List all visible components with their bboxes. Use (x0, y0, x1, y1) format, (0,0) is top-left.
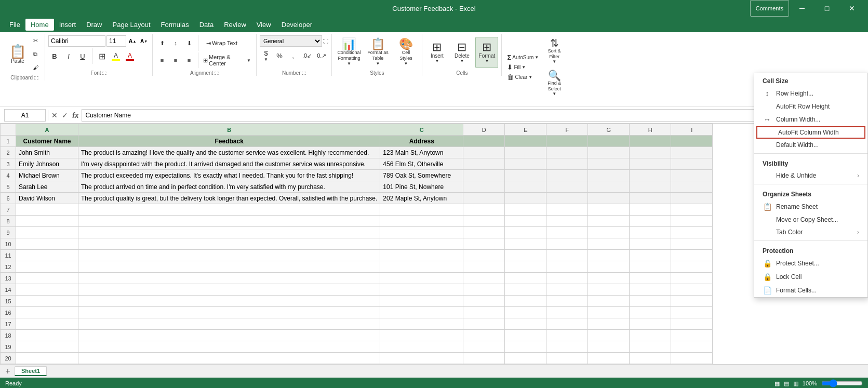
view-normal[interactable]: ▦ (774, 380, 780, 387)
cell-r16-c7[interactable] (630, 307, 671, 318)
cell-r2-c1[interactable]: The product is amazing! I love the quali… (78, 147, 380, 158)
cell-r8-c6[interactable] (588, 216, 630, 227)
row-height-item[interactable]: ↕ Row Height... (754, 87, 867, 100)
merge-center-button[interactable]: ⊞ Merge & Center ▼ (201, 53, 253, 68)
cell-r14-c7[interactable] (630, 284, 671, 296)
view-page-layout[interactable]: ▤ (784, 380, 789, 387)
row-header-3[interactable]: 3 (1, 158, 16, 170)
close-button[interactable]: ✕ (840, 0, 864, 17)
cell-r12-c3[interactable] (463, 261, 505, 273)
font-size-input[interactable] (106, 35, 126, 47)
protect-sheet-item[interactable]: 🔒 Protect Sheet... (754, 257, 867, 270)
cell-r7-c4[interactable] (505, 204, 546, 216)
row-header-16[interactable]: 16 (1, 307, 16, 318)
view-page-break[interactable]: ▥ (793, 380, 798, 387)
cell-r2-c5[interactable] (546, 147, 588, 158)
cell-r10-c8[interactable] (671, 238, 713, 250)
row-header-6[interactable]: 6 (1, 193, 16, 204)
rename-sheet-item[interactable]: 📋 Rename Sheet (754, 200, 867, 213)
cell-r9-c0[interactable] (16, 227, 78, 238)
cell-r15-c1[interactable] (78, 296, 380, 307)
cell-r11-c6[interactable] (588, 250, 630, 261)
cell-r9-c2[interactable] (380, 227, 463, 238)
col-width-item[interactable]: ↔ Column Width... (754, 113, 867, 126)
cell-r7-c0[interactable] (16, 204, 78, 216)
cell-r5-c8[interactable] (671, 181, 713, 193)
delete-button[interactable]: ⊟ Delete ▼ (450, 37, 473, 68)
cell-r3-c3[interactable] (463, 158, 505, 170)
cell-r19-c3[interactable] (463, 341, 505, 353)
cell-r12-c8[interactable] (671, 261, 713, 273)
row-header-9[interactable]: 9 (1, 227, 16, 238)
cell-r2-c6[interactable] (588, 147, 630, 158)
cell-r19-c0[interactable] (16, 341, 78, 353)
cell-r4-c7[interactable] (630, 170, 671, 181)
cell-r14-c2[interactable] (380, 284, 463, 296)
percent-button[interactable]: % (273, 49, 286, 62)
align-middle-button[interactable]: ↕ (169, 37, 182, 49)
default-width-item[interactable]: Default Width... (754, 139, 867, 151)
cell-r4-c2[interactable]: 789 Oak St, Somewhere (380, 170, 463, 181)
cell-r20-c2[interactable] (380, 353, 463, 364)
add-sheet-button[interactable]: + (2, 366, 14, 377)
align-bottom-button[interactable]: ⬇ (183, 37, 195, 49)
cell-r19-c2[interactable] (380, 341, 463, 353)
cell-r7-c1[interactable] (78, 204, 380, 216)
cell-r13-c4[interactable] (505, 273, 546, 284)
cell-r6-c8[interactable] (671, 193, 713, 204)
row-header-4[interactable]: 4 (1, 170, 16, 181)
cell-r6-c3[interactable] (463, 193, 505, 204)
cell-r5-c6[interactable] (588, 181, 630, 193)
cell-r4-c3[interactable] (463, 170, 505, 181)
cell-r16-c6[interactable] (588, 307, 630, 318)
cell-r8-c0[interactable] (16, 216, 78, 227)
cell-r18-c8[interactable] (671, 330, 713, 341)
cell-r5-c4[interactable] (505, 181, 546, 193)
row-header-8[interactable]: 8 (1, 216, 16, 227)
row-header-11[interactable]: 11 (1, 250, 16, 261)
cell-r3-c1[interactable]: I'm very disappointed with the product. … (78, 158, 380, 170)
cell-r2-c0[interactable]: John Smith (16, 147, 78, 158)
cell-r17-c8[interactable] (671, 318, 713, 330)
format-as-table-button[interactable]: 📋 Format asTable ▼ (365, 37, 391, 68)
decrease-decimal-button[interactable]: .0↙ (300, 49, 314, 62)
menu-page-layout[interactable]: Page Layout (108, 19, 156, 31)
cell-r1-c4[interactable] (505, 136, 546, 147)
cell-r10-c4[interactable] (505, 238, 546, 250)
format-cells-item[interactable]: 📄 Format Cells... (754, 284, 867, 297)
cell-r6-c1[interactable]: The product quality is great, but the de… (78, 193, 380, 204)
comments-button[interactable]: Comments (750, 0, 789, 17)
cell-r13-c1[interactable] (78, 273, 380, 284)
cell-r20-c0[interactable] (16, 353, 78, 364)
cell-r15-c6[interactable] (588, 296, 630, 307)
cell-r18-c5[interactable] (546, 330, 588, 341)
hide-unhide-item[interactable]: Hide & Unhide › (754, 169, 867, 182)
cell-r18-c6[interactable] (588, 330, 630, 341)
cell-r13-c2[interactable] (380, 273, 463, 284)
cell-r16-c0[interactable] (16, 307, 78, 318)
cell-r16-c3[interactable] (463, 307, 505, 318)
format-painter-button[interactable]: 🖌 (29, 61, 42, 74)
col-header-a[interactable]: A (16, 124, 78, 136)
cell-r3-c6[interactable] (588, 158, 630, 170)
row-header-5[interactable]: 5 (1, 181, 16, 193)
cancel-icon[interactable]: ✕ (50, 110, 59, 121)
cell-r7-c6[interactable] (588, 204, 630, 216)
find-select-button[interactable]: 🔍 Find &Select ▼ (543, 68, 566, 99)
cell-r9-c4[interactable] (505, 227, 546, 238)
cell-r19-c7[interactable] (630, 341, 671, 353)
row-header-12[interactable]: 12 (1, 261, 16, 273)
cell-r10-c2[interactable] (380, 238, 463, 250)
cell-r11-c5[interactable] (546, 250, 588, 261)
copy-button[interactable]: ⧉ (29, 48, 42, 60)
cell-r17-c2[interactable] (380, 318, 463, 330)
cell-r6-c4[interactable] (505, 193, 546, 204)
cell-r20-c6[interactable] (588, 353, 630, 364)
cell-r5-c1[interactable]: The product arrived on time and in perfe… (78, 181, 380, 193)
cell-r8-c3[interactable] (463, 216, 505, 227)
name-box[interactable] (4, 109, 46, 122)
cell-r16-c2[interactable] (380, 307, 463, 318)
cell-r1-c0[interactable]: Customer Name (16, 136, 78, 147)
italic-button[interactable]: I (62, 50, 75, 62)
cell-r4-c6[interactable] (588, 170, 630, 181)
